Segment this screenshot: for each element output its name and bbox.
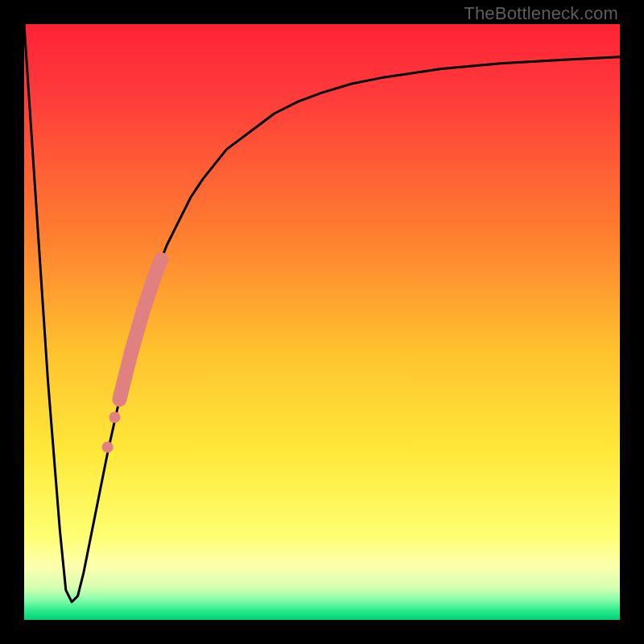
chart-frame: TheBottleneck.com	[0, 0, 644, 644]
highlight-segment	[119, 259, 161, 399]
bottleneck-curve	[24, 24, 620, 602]
watermark-text: TheBottleneck.com	[464, 3, 618, 24]
plot-area	[24, 24, 620, 620]
highlight-dot	[109, 411, 121, 423]
curve-layer	[24, 24, 620, 620]
highlight-dot	[102, 441, 114, 452]
